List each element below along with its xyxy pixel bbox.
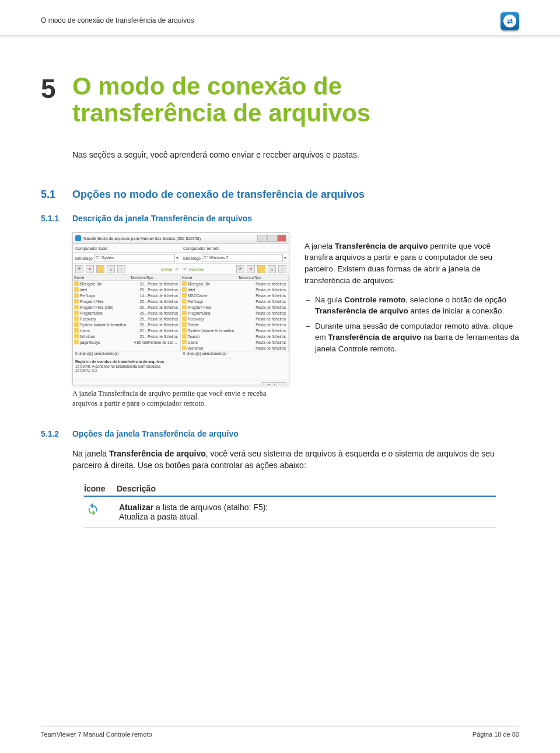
delete-icon[interactable]: ✕: [247, 265, 255, 273]
file-type: Pasta de ficheiros: [148, 334, 179, 339]
file-row[interactable]: RecoveryPasta de ficheiros: [181, 316, 288, 322]
col-name[interactable]: Nome: [182, 276, 237, 280]
delete-icon[interactable]: ✕: [86, 265, 94, 273]
file-name: $Recycle.Bin: [188, 282, 240, 286]
file-type: Ficheiro de sist…: [148, 340, 179, 344]
table-head-icon: Ícone: [84, 484, 117, 493]
receive-button[interactable]: Receber: [189, 267, 204, 271]
file-size: 25…: [132, 317, 148, 321]
col-size[interactable]: Tamanho: [130, 276, 146, 280]
file-row[interactable]: Intel25…Pasta de ficheiros: [73, 287, 180, 292]
close-button[interactable]: [277, 235, 286, 242]
up-icon[interactable]: ↑: [117, 265, 125, 273]
file-size: 26…: [132, 305, 148, 309]
address-input-local[interactable]: C:\ System: [94, 254, 175, 262]
file-row[interactable]: System Volume InformationPasta de fichei…: [181, 327, 288, 333]
running-header: O modo de conexão de transferência de ar…: [41, 12, 194, 25]
file-row[interactable]: $Recycle.Bin21…Pasta de ficheiros: [73, 281, 180, 287]
file-type: Pasta de ficheiros: [148, 288, 179, 292]
screenshot-caption: A janela Transferência de arquivo permit…: [72, 389, 289, 408]
file-name: ProgramData: [80, 311, 132, 315]
file-row[interactable]: Program FilesPasta de ficheiros: [181, 304, 288, 310]
file-name: Tausch: [188, 334, 240, 339]
file-row[interactable]: $Recycle.BinPasta de ficheiros: [181, 281, 288, 287]
file-row[interactable]: Program Files25…Pasta de ficheiros: [73, 298, 180, 304]
file-row[interactable]: Recovery25…Pasta de ficheiros: [73, 316, 180, 322]
file-type: Pasta de ficheiros: [256, 323, 287, 327]
file-row[interactable]: IntelPasta de ficheiros: [181, 287, 288, 292]
folder-icon: [182, 281, 187, 286]
file-type: Pasta de ficheiros: [148, 317, 179, 321]
file-row[interactable]: pagefile.sys4,00 GBFicheiro de sist…: [73, 339, 180, 345]
home-icon[interactable]: ⌂: [107, 265, 115, 273]
file-type: Pasta de ficheiros: [256, 294, 287, 298]
file-name: Program Files (x86): [80, 305, 132, 309]
chapter-title: O modo de conexão de transferência de ar…: [72, 73, 446, 127]
file-name: Intel: [188, 288, 240, 292]
dropdown-icon[interactable]: ▾: [284, 256, 286, 260]
chapter-intro: Nas seções a seguir, você aprenderá como…: [72, 150, 519, 159]
file-row[interactable]: PerfLogsPasta de ficheiros: [181, 298, 288, 304]
file-row[interactable]: WindowsPasta de ficheiros: [181, 345, 288, 351]
file-name: Program Files: [188, 305, 240, 309]
refresh-icon[interactable]: ⟳: [75, 265, 83, 273]
section-5-1-2-number: 5.1.2: [41, 429, 72, 438]
file-row[interactable]: ProgramDataPasta de ficheiros: [181, 310, 288, 316]
folder-icon: [182, 328, 187, 333]
home-icon[interactable]: ⌂: [268, 265, 276, 273]
header-divider: [0, 35, 560, 38]
file-row[interactable]: StriptePasta de ficheiros: [181, 322, 288, 327]
refresh-icon[interactable]: ⟳: [236, 265, 244, 273]
file-type: Pasta de ficheiros: [256, 334, 287, 339]
footer-left: TeamViewer 7 Manual Controle remoto: [41, 731, 152, 738]
file-row[interactable]: PerfLogs14…Pasta de ficheiros: [73, 292, 180, 298]
file-size: 21…: [132, 282, 148, 286]
file-type: Pasta de ficheiros: [256, 329, 287, 333]
section-5-1-title: Opções no modo de conexão de transferênc…: [72, 189, 365, 201]
send-arrow-icon[interactable]: ➔: [175, 267, 178, 271]
send-button[interactable]: Enviar: [161, 267, 173, 271]
file-row[interactable]: Windows21…Pasta de ficheiros: [73, 333, 180, 339]
file-type: Pasta de ficheiros: [148, 305, 179, 309]
file-type: Pasta de ficheiros: [256, 311, 287, 315]
receive-arrow-icon[interactable]: ⬅: [183, 267, 187, 271]
col-name[interactable]: Nome: [74, 276, 130, 280]
file-row[interactable]: Program Files (x86)26…Pasta de ficheiros: [73, 304, 180, 310]
file-type: Pasta de ficheiros: [256, 346, 287, 350]
maximize-button[interactable]: [267, 235, 276, 242]
new-folder-icon[interactable]: [257, 265, 265, 273]
col-type[interactable]: Tipo: [254, 276, 287, 280]
file-name: Windows: [188, 346, 240, 350]
dialog-close-button[interactable]: Fechar: [261, 382, 286, 385]
file-name: PerfLogs: [80, 294, 132, 298]
file-row[interactable]: ProgramData26…Pasta de ficheiros: [73, 310, 180, 316]
section-5-1-2-body: Na janela Transferência de arquivo, você…: [72, 448, 519, 472]
folder-icon: [74, 281, 79, 286]
new-folder-icon[interactable]: [96, 265, 104, 273]
section-5-1-1-title: Descrição da janela Transferência de arq…: [72, 214, 252, 223]
address-input-remote[interactable]: C:\ Windows 7: [202, 254, 283, 262]
file-name: System Volume Information: [80, 323, 132, 327]
col-type[interactable]: Tipo: [146, 276, 179, 280]
dropdown-icon[interactable]: ▾: [176, 256, 178, 260]
file-type: Pasta de ficheiros: [256, 288, 287, 292]
folder-icon: [182, 346, 187, 350]
file-type: Pasta de ficheiros: [148, 323, 179, 327]
minimize-button[interactable]: [257, 235, 267, 242]
col-size[interactable]: Tamanho: [237, 276, 254, 280]
folder-icon: [74, 328, 79, 333]
file-row[interactable]: Users21…Pasta de ficheiros: [73, 327, 180, 333]
file-row[interactable]: TauschPasta de ficheiros: [181, 333, 288, 339]
file-transfer-screenshot: Transferência de arquivos para Manuel do…: [72, 232, 289, 385]
folder-icon: [182, 322, 187, 327]
folder-icon: [182, 305, 187, 309]
up-icon[interactable]: ↑: [278, 265, 286, 273]
folder-icon: [182, 293, 187, 298]
right-intro: A janela Transferência de arquivo permit…: [304, 240, 519, 286]
folder-icon: [74, 322, 79, 327]
file-row[interactable]: System Volume Information25…Pasta de fic…: [73, 322, 180, 327]
file-type: Pasta de ficheiros: [256, 317, 287, 321]
file-row[interactable]: MSOCachePasta de ficheiros: [181, 292, 288, 298]
file-name: Users: [80, 329, 132, 333]
file-row[interactable]: UsersPasta de ficheiros: [181, 339, 288, 345]
